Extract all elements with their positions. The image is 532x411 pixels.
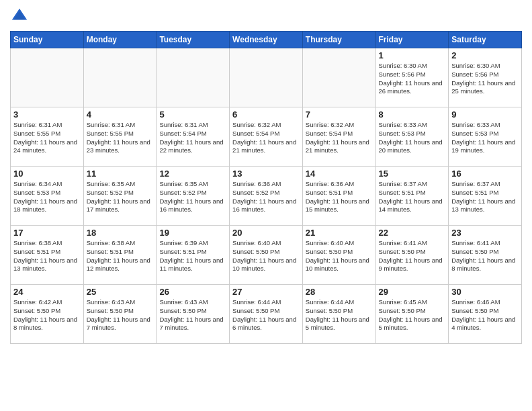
day-info: Sunrise: 6:46 AM Sunset: 5:50 PM Dayligh… [451, 298, 519, 332]
weekday-header: Friday [375, 32, 449, 48]
day-info: Sunrise: 6:40 AM Sunset: 5:50 PM Dayligh… [306, 239, 373, 273]
day-info: Sunrise: 6:30 AM Sunset: 5:56 PM Dayligh… [451, 62, 519, 96]
day-number: 26 [159, 287, 226, 297]
day-info: Sunrise: 6:31 AM Sunset: 5:54 PM Dayligh… [159, 121, 226, 155]
calendar-cell: 10Sunrise: 6:34 AM Sunset: 5:53 PM Dayli… [11, 167, 84, 226]
calendar-cell: 28Sunrise: 6:44 AM Sunset: 5:50 PM Dayli… [302, 285, 375, 344]
logo-icon [10, 7, 29, 26]
day-number: 18 [87, 228, 154, 238]
day-number: 4 [87, 109, 154, 120]
weekday-header: Wednesday [230, 32, 303, 48]
day-info: Sunrise: 6:38 AM Sunset: 5:51 PM Dayligh… [13, 239, 81, 273]
calendar-cell: 4Sunrise: 6:31 AM Sunset: 5:55 PM Daylig… [83, 107, 157, 167]
day-info: Sunrise: 6:45 AM Sunset: 5:50 PM Dayligh… [379, 298, 446, 332]
day-info: Sunrise: 6:36 AM Sunset: 5:52 PM Dayligh… [232, 180, 300, 214]
day-number: 2 [451, 50, 519, 60]
day-number: 7 [306, 109, 373, 120]
calendar-cell: 17Sunrise: 6:38 AM Sunset: 5:51 PM Dayli… [11, 226, 84, 285]
day-number: 11 [87, 169, 154, 179]
day-info: Sunrise: 6:41 AM Sunset: 5:50 PM Dayligh… [379, 239, 446, 273]
day-number: 25 [87, 287, 154, 297]
calendar-cell: 22Sunrise: 6:41 AM Sunset: 5:50 PM Dayli… [375, 226, 449, 285]
calendar-cell: 8Sunrise: 6:33 AM Sunset: 5:53 PM Daylig… [375, 107, 449, 167]
day-info: Sunrise: 6:44 AM Sunset: 5:50 PM Dayligh… [232, 298, 300, 332]
day-number: 3 [13, 109, 81, 120]
day-info: Sunrise: 6:32 AM Sunset: 5:54 PM Dayligh… [232, 121, 300, 155]
calendar-cell [11, 48, 84, 107]
page: SundayMondayTuesdayWednesdayThursdayFrid… [0, 0, 532, 411]
day-info: Sunrise: 6:36 AM Sunset: 5:51 PM Dayligh… [306, 180, 373, 214]
day-info: Sunrise: 6:40 AM Sunset: 5:50 PM Dayligh… [232, 239, 300, 273]
day-info: Sunrise: 6:31 AM Sunset: 5:55 PM Dayligh… [87, 121, 154, 155]
day-number: 16 [451, 169, 519, 179]
day-number: 15 [379, 169, 446, 179]
day-info: Sunrise: 6:39 AM Sunset: 5:51 PM Dayligh… [159, 239, 226, 273]
day-info: Sunrise: 6:43 AM Sunset: 5:50 PM Dayligh… [87, 298, 154, 332]
day-number: 8 [379, 109, 446, 120]
day-number: 24 [13, 287, 81, 297]
day-number: 21 [306, 228, 373, 238]
calendar-cell: 12Sunrise: 6:35 AM Sunset: 5:52 PM Dayli… [157, 167, 230, 226]
week-row: 3Sunrise: 6:31 AM Sunset: 5:55 PM Daylig… [11, 107, 522, 167]
day-number: 5 [159, 109, 226, 120]
weekday-header: Saturday [449, 32, 522, 48]
calendar-cell: 13Sunrise: 6:36 AM Sunset: 5:52 PM Dayli… [230, 167, 303, 226]
calendar-cell: 20Sunrise: 6:40 AM Sunset: 5:50 PM Dayli… [230, 226, 303, 285]
week-row: 24Sunrise: 6:42 AM Sunset: 5:50 PM Dayli… [11, 285, 522, 344]
calendar-cell: 1Sunrise: 6:30 AM Sunset: 5:56 PM Daylig… [375, 48, 449, 107]
calendar-cell: 18Sunrise: 6:38 AM Sunset: 5:51 PM Dayli… [83, 226, 157, 285]
calendar-cell: 27Sunrise: 6:44 AM Sunset: 5:50 PM Dayli… [230, 285, 303, 344]
weekday-header: Tuesday [157, 32, 230, 48]
calendar-cell [230, 48, 303, 107]
day-number: 12 [159, 169, 226, 179]
day-number: 23 [451, 228, 519, 238]
day-info: Sunrise: 6:33 AM Sunset: 5:53 PM Dayligh… [451, 121, 519, 155]
day-number: 6 [232, 109, 300, 120]
day-number: 27 [232, 287, 300, 297]
day-number: 1 [379, 50, 446, 60]
logo [10, 7, 32, 26]
day-info: Sunrise: 6:35 AM Sunset: 5:52 PM Dayligh… [159, 180, 226, 214]
day-info: Sunrise: 6:42 AM Sunset: 5:50 PM Dayligh… [13, 298, 81, 332]
calendar-cell: 29Sunrise: 6:45 AM Sunset: 5:50 PM Dayli… [375, 285, 449, 344]
day-info: Sunrise: 6:33 AM Sunset: 5:53 PM Dayligh… [379, 121, 446, 155]
calendar-cell: 5Sunrise: 6:31 AM Sunset: 5:54 PM Daylig… [157, 107, 230, 167]
day-info: Sunrise: 6:41 AM Sunset: 5:50 PM Dayligh… [451, 239, 519, 273]
day-info: Sunrise: 6:37 AM Sunset: 5:51 PM Dayligh… [451, 180, 519, 214]
day-info: Sunrise: 6:34 AM Sunset: 5:53 PM Dayligh… [13, 180, 81, 214]
day-info: Sunrise: 6:35 AM Sunset: 5:52 PM Dayligh… [87, 180, 154, 214]
day-info: Sunrise: 6:37 AM Sunset: 5:51 PM Dayligh… [379, 180, 446, 214]
calendar-cell: 16Sunrise: 6:37 AM Sunset: 5:51 PM Dayli… [449, 167, 522, 226]
header [10, 7, 522, 26]
day-number: 30 [451, 287, 519, 297]
day-number: 22 [379, 228, 446, 238]
day-number: 9 [451, 109, 519, 120]
calendar-cell [302, 48, 375, 107]
calendar-cell: 15Sunrise: 6:37 AM Sunset: 5:51 PM Dayli… [375, 167, 449, 226]
week-row: 17Sunrise: 6:38 AM Sunset: 5:51 PM Dayli… [11, 226, 522, 285]
day-number: 29 [379, 287, 446, 297]
day-info: Sunrise: 6:44 AM Sunset: 5:50 PM Dayligh… [306, 298, 373, 332]
calendar-cell: 25Sunrise: 6:43 AM Sunset: 5:50 PM Dayli… [83, 285, 157, 344]
calendar-cell: 26Sunrise: 6:43 AM Sunset: 5:50 PM Dayli… [157, 285, 230, 344]
calendar-cell [157, 48, 230, 107]
calendar-cell: 11Sunrise: 6:35 AM Sunset: 5:52 PM Dayli… [83, 167, 157, 226]
day-info: Sunrise: 6:38 AM Sunset: 5:51 PM Dayligh… [87, 239, 154, 273]
day-number: 10 [13, 169, 81, 179]
calendar-cell: 6Sunrise: 6:32 AM Sunset: 5:54 PM Daylig… [230, 107, 303, 167]
day-number: 20 [232, 228, 300, 238]
week-row: 10Sunrise: 6:34 AM Sunset: 5:53 PM Dayli… [11, 167, 522, 226]
weekday-header-row: SundayMondayTuesdayWednesdayThursdayFrid… [11, 32, 522, 48]
calendar-cell: 2Sunrise: 6:30 AM Sunset: 5:56 PM Daylig… [449, 48, 522, 107]
day-number: 13 [232, 169, 300, 179]
calendar-cell: 14Sunrise: 6:36 AM Sunset: 5:51 PM Dayli… [302, 167, 375, 226]
weekday-header: Monday [83, 32, 157, 48]
week-row: 1Sunrise: 6:30 AM Sunset: 5:56 PM Daylig… [11, 48, 522, 107]
day-number: 28 [306, 287, 373, 297]
calendar-cell: 23Sunrise: 6:41 AM Sunset: 5:50 PM Dayli… [449, 226, 522, 285]
calendar-cell [83, 48, 157, 107]
day-info: Sunrise: 6:30 AM Sunset: 5:56 PM Dayligh… [379, 62, 446, 96]
calendar-cell: 3Sunrise: 6:31 AM Sunset: 5:55 PM Daylig… [11, 107, 84, 167]
calendar-cell: 9Sunrise: 6:33 AM Sunset: 5:53 PM Daylig… [449, 107, 522, 167]
day-number: 14 [306, 169, 373, 179]
